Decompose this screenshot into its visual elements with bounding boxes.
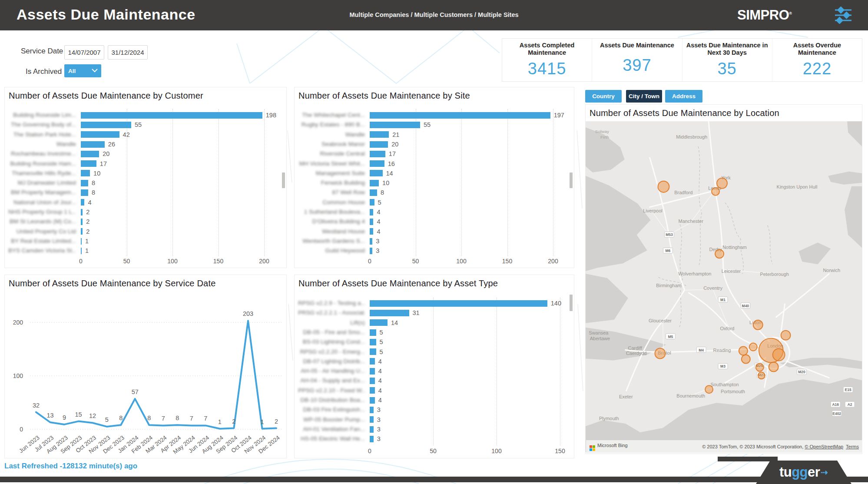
bar[interactable] <box>370 209 373 215</box>
bar[interactable] <box>370 219 373 225</box>
bar[interactable] <box>370 199 374 206</box>
map-bubble[interactable] <box>773 349 785 361</box>
map-bubble[interactable] <box>742 355 750 364</box>
data-label: 15 <box>75 411 82 418</box>
bar[interactable] <box>81 238 82 245</box>
bar-value-label: 3 <box>376 238 379 245</box>
bar[interactable] <box>370 348 376 355</box>
bar[interactable] <box>81 248 82 254</box>
bar[interactable] <box>81 189 88 196</box>
gridline <box>560 298 560 445</box>
gridline <box>507 109 508 256</box>
bar[interactable] <box>370 397 375 404</box>
map-bubble[interactable] <box>739 347 748 355</box>
bar[interactable] <box>370 170 383 176</box>
map-bubble[interactable] <box>749 343 757 351</box>
data-label: 7 <box>204 415 207 422</box>
microsoft-logo-icon <box>590 445 595 451</box>
bar[interactable] <box>370 416 374 423</box>
bar[interactable] <box>370 248 372 254</box>
road-badge: E402 <box>832 411 841 416</box>
bar[interactable] <box>81 209 83 215</box>
terms-link[interactable]: Terms <box>846 444 859 449</box>
category-label-blurred: PPSG v2.2.10 - Fixed W... <box>298 387 365 394</box>
tugger-ribbon-tail <box>718 457 778 461</box>
bar[interactable] <box>370 160 384 167</box>
bar[interactable] <box>370 339 376 345</box>
trend-line[interactable] <box>36 321 276 429</box>
map-city-label: Liverpool <box>643 208 662 213</box>
bar[interactable] <box>370 319 388 326</box>
bar[interactable] <box>370 141 388 148</box>
bar-value-label: 2 <box>86 209 89 215</box>
bar[interactable] <box>81 122 131 128</box>
vertical-scrollbar[interactable] <box>570 295 573 311</box>
vertical-scrollbar[interactable] <box>282 172 285 188</box>
data-label: 1 <box>218 418 222 425</box>
bar-value-label: 3 <box>377 435 381 442</box>
bar[interactable] <box>81 151 99 157</box>
chart-title: Number of Assets Due Maintenance by Asse… <box>298 278 498 288</box>
bar[interactable] <box>81 112 262 119</box>
bar[interactable] <box>370 407 374 413</box>
map-bubble[interactable] <box>758 372 765 379</box>
map-bubble[interactable] <box>753 320 763 330</box>
bar[interactable] <box>370 180 379 186</box>
bar[interactable] <box>370 228 373 235</box>
map-bubble[interactable] <box>658 181 669 192</box>
bar[interactable] <box>370 387 375 394</box>
service-date-to-input[interactable]: 31/12/2024 <box>108 45 148 60</box>
bar[interactable] <box>370 300 547 307</box>
bar[interactable] <box>81 219 83 225</box>
tab-address[interactable]: Address <box>665 90 702 103</box>
bar[interactable] <box>370 436 374 442</box>
map-bubble[interactable] <box>769 362 779 371</box>
bar[interactable] <box>81 228 83 235</box>
bar[interactable] <box>370 329 376 336</box>
bar[interactable] <box>81 160 96 167</box>
openstreetmap-link[interactable]: © OpenStreetMap <box>805 444 843 449</box>
bar[interactable] <box>370 151 385 157</box>
bar[interactable] <box>81 131 119 138</box>
map-bubble[interactable] <box>655 348 665 359</box>
bar[interactable] <box>370 310 409 316</box>
bar[interactable] <box>370 368 375 375</box>
map-city-label: Firth <box>600 135 609 139</box>
is-archived-dropdown[interactable]: All <box>64 64 101 77</box>
bar[interactable] <box>81 141 105 148</box>
vertical-scrollbar[interactable] <box>570 172 573 188</box>
axis-tick-label: 150 <box>213 258 223 265</box>
bar-value-label: 3 <box>377 426 381 433</box>
bar[interactable] <box>81 199 84 206</box>
category-label-blurred: Fenwick Building <box>298 179 365 186</box>
tab-country[interactable]: Country <box>585 90 622 103</box>
service-date-line-chart[interactable]: 01002003213915125857878771220312Jun 2023… <box>5 275 287 459</box>
axis-tick-label: 100 <box>456 258 466 265</box>
bar[interactable] <box>370 122 420 128</box>
map-bubble[interactable] <box>781 331 791 340</box>
service-date-from-input[interactable]: 14/07/2007 <box>64 45 104 60</box>
map-bubble[interactable] <box>715 249 724 258</box>
map-bubble[interactable] <box>712 188 719 196</box>
bar-value-label: 8 <box>381 189 384 196</box>
filter-sliders-icon[interactable] <box>834 7 852 24</box>
bar[interactable] <box>370 358 375 365</box>
bar[interactable] <box>370 131 389 138</box>
uk-map[interactable]: SolwayFirthMiddlesbroughYorkLeedsBradfor… <box>586 121 862 453</box>
bar[interactable] <box>81 180 88 186</box>
map-bubble[interactable] <box>705 385 713 393</box>
category-label-blurred: NHS Property Group 1 L... <box>8 209 76 215</box>
category-label-blurred: Management Suite <box>298 170 365 176</box>
bar[interactable] <box>370 378 375 384</box>
bar[interactable] <box>370 189 377 196</box>
tab-city-town[interactable]: City / Town <box>626 90 662 103</box>
bar[interactable] <box>370 112 550 119</box>
bar[interactable] <box>370 426 374 433</box>
map-bubble[interactable] <box>756 363 764 371</box>
bar-value-label: 42 <box>123 131 130 138</box>
bar[interactable] <box>370 238 372 245</box>
bar[interactable] <box>81 170 90 176</box>
map-canvas[interactable]: SolwayFirthMiddlesbroughYorkLeedsBradfor… <box>586 121 862 453</box>
map-bubble[interactable] <box>717 178 727 189</box>
category-label-blurred: Rochambeau Investme... <box>8 150 76 157</box>
